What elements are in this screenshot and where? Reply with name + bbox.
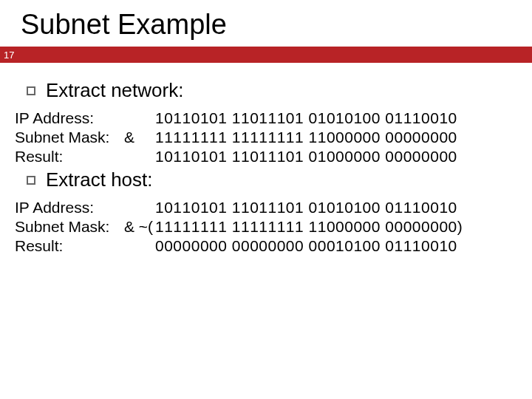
- bullet-icon: [27, 86, 35, 95]
- op-mask: &: [124, 129, 155, 146]
- accent-bar: 17: [0, 47, 532, 63]
- section-extract-network: Extract network:: [27, 79, 519, 102]
- slide-content: Extract network: IP Address: 10110101 11…: [0, 63, 532, 255]
- row-result-1: Result: 10110101 11011101 01000000 00000…: [13, 148, 519, 166]
- label-ip: IP Address:: [13, 199, 124, 216]
- section-extract-host: Extract host:: [27, 168, 519, 191]
- bin-ip: 10110101 11011101 01010100 01110010: [155, 109, 457, 127]
- row-mask-2: Subnet Mask: & ~( 11111111 11111111 1100…: [13, 218, 519, 236]
- label-mask: Subnet Mask:: [13, 129, 124, 146]
- label-ip: IP Address:: [13, 109, 124, 127]
- row-ip-1: IP Address: 10110101 11011101 01010100 0…: [13, 109, 519, 127]
- row-mask-1: Subnet Mask: & 11111111 11111111 1100000…: [13, 129, 519, 146]
- section-heading: Extract network:: [46, 79, 183, 102]
- bin-mask: 11111111 11111111 11000000 00000000): [155, 218, 463, 236]
- bin-ip: 10110101 11011101 01010100 01110010: [155, 199, 457, 216]
- label-mask: Subnet Mask:: [13, 218, 124, 236]
- bullet-icon: [27, 176, 35, 185]
- label-result: Result:: [13, 237, 124, 255]
- bin-result: 10110101 11011101 01000000 00000000: [155, 148, 457, 166]
- bin-result: 00000000 00000000 00010100 01110010: [155, 237, 457, 255]
- row-ip-2: IP Address: 10110101 11011101 01010100 0…: [13, 199, 519, 216]
- op-mask: & ~(: [124, 218, 155, 236]
- slide-number: 17: [0, 47, 18, 63]
- bin-mask: 11111111 11111111 11000000 00000000: [155, 129, 457, 146]
- row-result-2: Result: 00000000 00000000 00010100 01110…: [13, 237, 519, 255]
- section-heading: Extract host:: [46, 168, 153, 191]
- label-result: Result:: [13, 148, 124, 166]
- slide-title: Subnet Example: [0, 0, 532, 47]
